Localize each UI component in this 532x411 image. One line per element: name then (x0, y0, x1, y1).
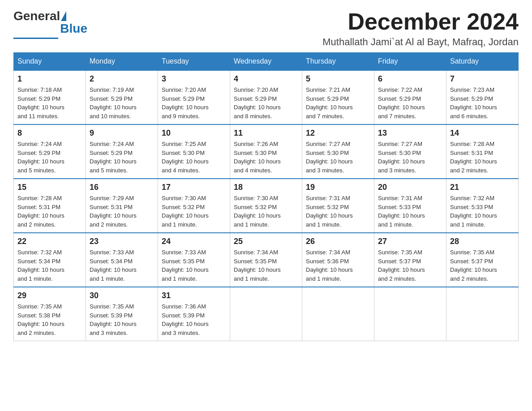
day-cell-24: 24Sunrise: 7:33 AMSunset: 5:35 PMDayligh… (158, 233, 230, 287)
day-number: 23 (90, 237, 154, 246)
day-info: Sunrise: 7:28 AMSunset: 5:31 PMDaylight:… (450, 140, 515, 175)
weekday-header-tuesday: Tuesday (158, 53, 230, 71)
day-info: Sunrise: 7:23 AMSunset: 5:29 PMDaylight:… (450, 86, 515, 120)
day-info: Sunrise: 7:36 AMSunset: 5:39 PMDaylight:… (162, 302, 226, 337)
day-number: 11 (234, 128, 298, 138)
empty-cell (230, 287, 302, 341)
day-number: 16 (90, 183, 154, 192)
day-cell-15: 15Sunrise: 7:28 AMSunset: 5:31 PMDayligh… (14, 179, 86, 233)
day-number: 20 (378, 183, 442, 192)
day-info: Sunrise: 7:19 AMSunset: 5:29 PMDaylight:… (90, 86, 154, 120)
day-cell-19: 19Sunrise: 7:31 AMSunset: 5:32 PMDayligh… (302, 179, 374, 233)
day-number: 9 (90, 128, 154, 138)
day-cell-10: 10Sunrise: 7:25 AMSunset: 5:30 PMDayligh… (158, 124, 230, 179)
day-cell-25: 25Sunrise: 7:34 AMSunset: 5:35 PMDayligh… (230, 233, 302, 287)
day-info: Sunrise: 7:31 AMSunset: 5:32 PMDaylight:… (306, 194, 370, 229)
day-info: Sunrise: 7:34 AMSunset: 5:35 PMDaylight:… (234, 248, 298, 283)
day-cell-1: 1Sunrise: 7:18 AMSunset: 5:29 PMDaylight… (14, 70, 86, 124)
day-info: Sunrise: 7:24 AMSunset: 5:29 PMDaylight:… (17, 140, 82, 175)
weekday-header-thursday: Thursday (302, 53, 374, 71)
logo: General General Blue (13, 9, 87, 39)
week-row-4: 22Sunrise: 7:32 AMSunset: 5:34 PMDayligh… (14, 233, 519, 287)
day-number: 1 (17, 74, 82, 84)
day-cell-7: 7Sunrise: 7:23 AMSunset: 5:29 PMDaylight… (446, 70, 519, 124)
logo-blue-text: Blue (60, 21, 87, 36)
week-row-2: 8Sunrise: 7:24 AMSunset: 5:29 PMDaylight… (14, 124, 519, 179)
week-row-3: 15Sunrise: 7:28 AMSunset: 5:31 PMDayligh… (14, 179, 519, 233)
day-info: Sunrise: 7:32 AMSunset: 5:34 PMDaylight:… (17, 248, 82, 283)
day-cell-18: 18Sunrise: 7:30 AMSunset: 5:32 PMDayligh… (230, 179, 302, 233)
empty-cell (446, 287, 519, 341)
day-cell-27: 27Sunrise: 7:35 AMSunset: 5:37 PMDayligh… (374, 233, 446, 287)
day-cell-12: 12Sunrise: 7:27 AMSunset: 5:30 PMDayligh… (302, 124, 374, 179)
day-info: Sunrise: 7:35 AMSunset: 5:37 PMDaylight:… (450, 248, 515, 283)
day-info: Sunrise: 7:35 AMSunset: 5:39 PMDaylight:… (90, 302, 154, 337)
day-cell-6: 6Sunrise: 7:22 AMSunset: 5:29 PMDaylight… (374, 70, 446, 124)
day-cell-21: 21Sunrise: 7:32 AMSunset: 5:33 PMDayligh… (446, 179, 519, 233)
day-cell-26: 26Sunrise: 7:34 AMSunset: 5:36 PMDayligh… (302, 233, 374, 287)
day-cell-23: 23Sunrise: 7:33 AMSunset: 5:34 PMDayligh… (86, 233, 158, 287)
weekday-header-saturday: Saturday (446, 53, 519, 71)
day-number: 12 (306, 128, 370, 138)
day-cell-31: 31Sunrise: 7:36 AMSunset: 5:39 PMDayligh… (158, 287, 230, 341)
day-info: Sunrise: 7:33 AMSunset: 5:34 PMDaylight:… (90, 248, 154, 283)
day-cell-13: 13Sunrise: 7:27 AMSunset: 5:30 PMDayligh… (374, 124, 446, 179)
day-number: 30 (90, 291, 154, 300)
location-title: Muthallath Jami`at Al al Bayt, Mafraq, J… (322, 36, 519, 48)
day-cell-2: 2Sunrise: 7:19 AMSunset: 5:29 PMDaylight… (86, 70, 158, 124)
day-number: 21 (450, 183, 515, 192)
day-cell-17: 17Sunrise: 7:30 AMSunset: 5:32 PMDayligh… (158, 179, 230, 233)
empty-cell (302, 287, 374, 341)
day-number: 5 (306, 74, 370, 84)
day-number: 6 (378, 74, 442, 84)
day-info: Sunrise: 7:33 AMSunset: 5:35 PMDaylight:… (162, 248, 226, 283)
day-number: 31 (162, 291, 226, 300)
weekday-header-wednesday: Wednesday (230, 53, 302, 71)
day-info: Sunrise: 7:27 AMSunset: 5:30 PMDaylight:… (378, 140, 442, 175)
day-number: 17 (162, 183, 226, 192)
day-info: Sunrise: 7:27 AMSunset: 5:30 PMDaylight:… (306, 140, 370, 175)
day-info: Sunrise: 7:35 AMSunset: 5:37 PMDaylight:… (378, 248, 442, 283)
day-info: Sunrise: 7:34 AMSunset: 5:36 PMDaylight:… (306, 248, 370, 283)
calendar-table: SundayMondayTuesdayWednesdayThursdayFrid… (13, 52, 519, 341)
day-number: 15 (17, 183, 82, 192)
day-number: 3 (162, 74, 226, 84)
day-info: Sunrise: 7:22 AMSunset: 5:29 PMDaylight:… (378, 86, 442, 120)
day-number: 7 (450, 74, 515, 84)
logo-triangle-icon (61, 11, 66, 21)
empty-cell (374, 287, 446, 341)
day-cell-4: 4Sunrise: 7:20 AMSunset: 5:29 PMDaylight… (230, 70, 302, 124)
day-number: 22 (17, 237, 82, 246)
day-cell-29: 29Sunrise: 7:35 AMSunset: 5:38 PMDayligh… (14, 287, 86, 341)
day-number: 4 (234, 74, 298, 84)
day-info: Sunrise: 7:24 AMSunset: 5:29 PMDaylight:… (90, 140, 154, 175)
day-cell-30: 30Sunrise: 7:35 AMSunset: 5:39 PMDayligh… (86, 287, 158, 341)
day-info: Sunrise: 7:20 AMSunset: 5:29 PMDaylight:… (162, 86, 226, 120)
day-cell-3: 3Sunrise: 7:20 AMSunset: 5:29 PMDaylight… (158, 70, 230, 124)
day-number: 28 (450, 237, 515, 246)
day-cell-5: 5Sunrise: 7:21 AMSunset: 5:29 PMDaylight… (302, 70, 374, 124)
day-info: Sunrise: 7:30 AMSunset: 5:32 PMDaylight:… (162, 194, 226, 229)
day-info: Sunrise: 7:28 AMSunset: 5:31 PMDaylight:… (17, 194, 82, 229)
title-area: December 2024 Muthallath Jami`at Al al B… (322, 9, 519, 48)
day-cell-8: 8Sunrise: 7:24 AMSunset: 5:29 PMDaylight… (14, 124, 86, 179)
day-number: 18 (234, 183, 298, 192)
week-row-1: 1Sunrise: 7:18 AMSunset: 5:29 PMDaylight… (14, 70, 519, 124)
day-info: Sunrise: 7:35 AMSunset: 5:38 PMDaylight:… (17, 302, 82, 337)
day-number: 19 (306, 183, 370, 192)
day-cell-14: 14Sunrise: 7:28 AMSunset: 5:31 PMDayligh… (446, 124, 519, 179)
logo-underline (13, 38, 58, 39)
day-cell-28: 28Sunrise: 7:35 AMSunset: 5:37 PMDayligh… (446, 233, 519, 287)
day-info: Sunrise: 7:26 AMSunset: 5:30 PMDaylight:… (234, 140, 298, 175)
page-header: General General Blue December 2024 Mutha… (13, 9, 519, 48)
day-number: 27 (378, 237, 442, 246)
day-number: 29 (17, 291, 82, 300)
day-info: Sunrise: 7:31 AMSunset: 5:33 PMDaylight:… (378, 194, 442, 229)
day-info: Sunrise: 7:29 AMSunset: 5:31 PMDaylight:… (90, 194, 154, 229)
day-cell-22: 22Sunrise: 7:32 AMSunset: 5:34 PMDayligh… (14, 233, 86, 287)
week-row-5: 29Sunrise: 7:35 AMSunset: 5:38 PMDayligh… (14, 287, 519, 341)
weekday-header-sunday: Sunday (14, 53, 86, 71)
day-info: Sunrise: 7:20 AMSunset: 5:29 PMDaylight:… (234, 86, 298, 120)
day-number: 13 (378, 128, 442, 138)
weekday-header-monday: Monday (86, 53, 158, 71)
